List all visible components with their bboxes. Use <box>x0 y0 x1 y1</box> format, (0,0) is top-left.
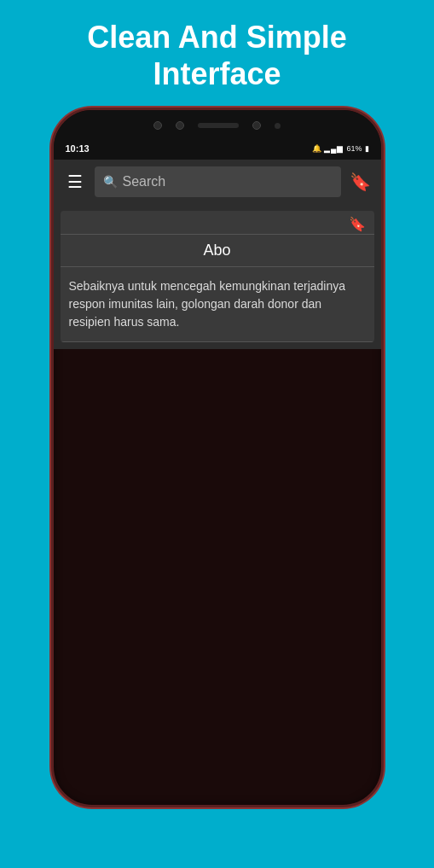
app-navbar: ☰ 🔍 Search 🔖 <box>54 160 381 204</box>
camera-dot-right <box>252 121 261 130</box>
status-icons-group: 🔔 ▂▄▆ 61% ▮ <box>312 144 368 153</box>
status-bar: 10:13 🔔 ▂▄▆ 61% ▮ <box>54 137 381 160</box>
phone-frame: 10:13 🔔 ▂▄▆ 61% ▮ ☰ 🔍 Search 🔖 🔖 <box>51 108 384 807</box>
battery-icon: ▮ <box>365 144 369 153</box>
camera-dot-left <box>153 121 162 130</box>
battery-percent: 61% <box>346 144 362 153</box>
alarm-icon: 🔔 <box>312 144 321 153</box>
content-card: 🔖 Abo Sebaiknya untuk mencegah kemungkin… <box>61 211 374 342</box>
search-placeholder-text: Search <box>123 174 166 189</box>
search-bar[interactable]: 🔍 Search <box>95 166 341 197</box>
phone-camera-area <box>54 110 381 137</box>
hamburger-menu-button[interactable]: ☰ <box>64 168 86 195</box>
card-bookmark-icon[interactable]: 🔖 <box>349 216 366 232</box>
phone-speaker <box>198 123 239 128</box>
camera-dot-right2 <box>275 123 281 129</box>
app-content: 🔖 Abo Sebaiknya untuk mencegah kemungkin… <box>54 204 381 349</box>
status-time: 10:13 <box>66 143 90 154</box>
search-icon: 🔍 <box>103 175 118 189</box>
camera-dot-left2 <box>176 121 184 130</box>
card-header: 🔖 <box>61 211 374 235</box>
app-header-title: Clean And Simple Interface <box>0 0 434 108</box>
signal-icon: ▂▄▆ <box>324 144 344 153</box>
card-title: Abo <box>61 235 374 267</box>
bookmark-button[interactable]: 🔖 <box>350 172 371 192</box>
card-body: Sebaiknya untuk mencegah kemungkinan ter… <box>61 267 374 342</box>
